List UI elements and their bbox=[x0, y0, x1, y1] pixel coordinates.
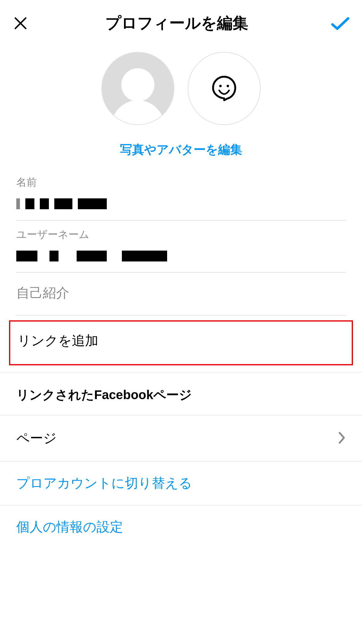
facebook-page-row[interactable]: ページ bbox=[0, 415, 362, 462]
svg-point-2 bbox=[219, 85, 222, 87]
name-label: 名前 bbox=[16, 175, 346, 189]
add-link-label: リンクを追加 bbox=[17, 332, 345, 350]
avatar-section bbox=[0, 46, 362, 134]
personal-info-label: 個人の情報の設定 bbox=[16, 518, 346, 536]
person-icon bbox=[102, 53, 174, 124]
linked-facebook-section: リンクされたFacebookページ bbox=[0, 373, 362, 415]
page-title: プロフィールを編集 bbox=[23, 13, 331, 34]
switch-pro-account-label: プロアカウントに切り替える bbox=[16, 474, 346, 492]
face-icon bbox=[211, 74, 238, 103]
username-field[interactable]: ユーザーネーム bbox=[16, 220, 346, 273]
edit-avatar-link[interactable]: 写真やアバターを編集 bbox=[0, 134, 362, 168]
facebook-page-label: ページ bbox=[16, 429, 57, 447]
section-divider bbox=[0, 365, 362, 373]
username-label: ユーザーネーム bbox=[16, 228, 346, 242]
profile-photo-button[interactable] bbox=[101, 52, 174, 125]
switch-pro-account-link[interactable]: プロアカウントに切り替える bbox=[0, 462, 362, 505]
form-section: 名前 ユーザーネーム 自己紹介 リンクを追加 bbox=[0, 168, 362, 373]
add-link-field[interactable]: リンクを追加 bbox=[9, 320, 353, 365]
personal-info-settings-link[interactable]: 個人の情報の設定 bbox=[0, 505, 362, 549]
name-field[interactable]: 名前 bbox=[16, 168, 346, 220]
avatar-button[interactable] bbox=[188, 52, 261, 125]
confirm-icon[interactable] bbox=[331, 14, 350, 33]
name-value bbox=[16, 198, 346, 212]
svg-point-3 bbox=[227, 85, 229, 87]
username-value bbox=[16, 250, 346, 264]
chevron-right-icon bbox=[338, 431, 346, 446]
bio-placeholder: 自己紹介 bbox=[16, 284, 346, 302]
header: プロフィールを編集 bbox=[0, 0, 362, 46]
bio-field[interactable]: 自己紹介 bbox=[16, 273, 346, 316]
linked-facebook-title: リンクされたFacebookページ bbox=[16, 386, 346, 403]
